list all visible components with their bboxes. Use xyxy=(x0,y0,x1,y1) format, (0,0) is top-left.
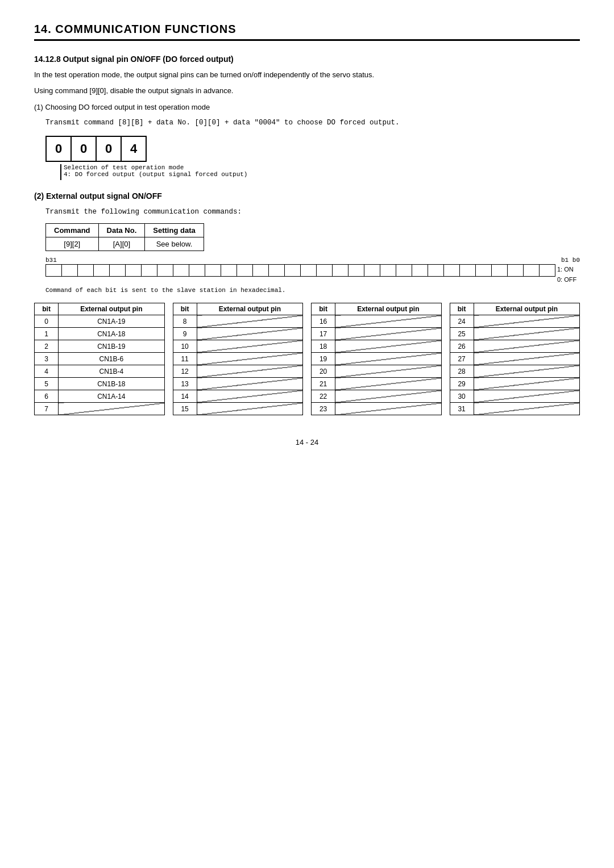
bit-off-label: 0: OFF xyxy=(557,275,576,285)
code-digit-2: 0 xyxy=(96,136,122,162)
pin-bit-3-5: 29 xyxy=(450,378,474,390)
bit-cells xyxy=(45,264,555,277)
pin-table-1-row-0: 8 xyxy=(173,315,303,328)
pin-value-0-7 xyxy=(59,403,164,415)
command-table: Command Data No. Setting data [9][2] [A]… xyxy=(45,223,204,251)
pin-table-3-row-2: 26 xyxy=(450,340,580,353)
bit-cell-17 xyxy=(316,264,333,277)
pin-table-2-row-2: 18 xyxy=(312,340,442,353)
pin-bit-2-6: 22 xyxy=(312,390,335,403)
pin-bit-1-3: 11 xyxy=(173,353,197,365)
cmd-header-0: Command xyxy=(46,224,99,237)
pin-table-0: bitExternal output pin0CN1A-191CN1A-182C… xyxy=(34,303,165,415)
pin-bit-0-5: 5 xyxy=(35,378,59,390)
pin-table-2-row-1: 17 xyxy=(312,328,442,340)
bit-cell-24 xyxy=(428,264,444,277)
bit-cell-13 xyxy=(252,264,269,277)
pin-value-3-0 xyxy=(474,315,579,328)
page-footer: 14 - 24 xyxy=(34,438,580,446)
pin-bit-0-6: 6 xyxy=(35,390,59,403)
pin-table-2-row-7: 23 xyxy=(312,403,442,415)
pin-table-0-row-5: 5CN1B-18 xyxy=(35,378,165,390)
pin-value-1-4 xyxy=(197,365,302,378)
pin-table-2-row-5: 21 xyxy=(312,378,442,390)
pin-value-2-2 xyxy=(335,340,441,353)
pin-value-0-0: CN1A-19 xyxy=(59,315,164,328)
pin-bit-1-6: 14 xyxy=(173,390,197,403)
pin-value-3-4 xyxy=(474,365,579,378)
section-title: 14.12.8 Output signal pin ON/OFF (DO for… xyxy=(34,55,580,64)
cmd-header-2: Setting data xyxy=(145,224,204,237)
bit-cell-29 xyxy=(507,264,524,277)
pin-bit-0-0: 0 xyxy=(35,315,59,328)
annotation-sub: 4: DO forced output (output signal force… xyxy=(64,171,247,178)
pin-bit-1-5: 13 xyxy=(173,378,197,390)
pin-bit-2-7: 23 xyxy=(312,403,335,415)
step2-title: (2) External output signal ON/OFF xyxy=(34,190,580,202)
pin-bit-2-1: 17 xyxy=(312,328,335,340)
bit-cell-3 xyxy=(93,264,110,277)
pin-table-3-row-1: 25 xyxy=(450,328,580,340)
bit-diagram-note: Command of each bit is sent to the slave… xyxy=(45,287,580,294)
bit-cell-23 xyxy=(412,264,428,277)
pin-table-3: bitExternal output pin2425262728293031 xyxy=(450,303,580,415)
pin-table-1-header-0: bit xyxy=(173,303,197,315)
pin-value-2-6 xyxy=(335,390,441,403)
bit-cell-30 xyxy=(523,264,540,277)
pin-value-0-3: CN1B-6 xyxy=(59,353,164,365)
pin-value-0-5: CN1B-18 xyxy=(59,378,164,390)
bit-on-off: 1: ON 0: OFF xyxy=(557,265,576,285)
bit-cell-21 xyxy=(380,264,396,277)
pin-table-1-row-2: 10 xyxy=(173,340,303,353)
pin-bit-0-7: 7 xyxy=(35,403,59,415)
cmd-row-1: [A][0] xyxy=(98,237,145,251)
bit-cells-col xyxy=(45,264,555,277)
pin-table-3-row-6: 30 xyxy=(450,390,580,403)
pin-table-1-row-4: 12 xyxy=(173,365,303,378)
pin-value-1-3 xyxy=(197,353,302,365)
pin-table-0-row-6: 6CN1A-14 xyxy=(35,390,165,403)
bit-cell-12 xyxy=(237,264,253,277)
pin-bit-2-0: 16 xyxy=(312,315,335,328)
pin-table-0-row-1: 1CN1A-18 xyxy=(35,328,165,340)
pin-table-2: bitExternal output pin1617181920212223 xyxy=(311,303,442,415)
bit-label-row: b31 b1 b0 xyxy=(45,257,580,264)
pin-bit-3-4: 28 xyxy=(450,365,474,378)
bit-cell-25 xyxy=(443,264,460,277)
pin-value-1-2 xyxy=(197,340,302,353)
pin-value-1-1 xyxy=(197,328,302,340)
step1-desc: Transmit command [8][B] + data No. [0][0… xyxy=(45,118,580,128)
bit-cell-28 xyxy=(491,264,508,277)
bit-cell-31 xyxy=(539,264,555,277)
pin-value-3-6 xyxy=(474,390,579,403)
bit-cell-18 xyxy=(332,264,349,277)
pin-bit-3-6: 30 xyxy=(450,390,474,403)
intro-line1: In the test operation mode, the output s… xyxy=(34,69,580,81)
pin-table-1-row-6: 14 xyxy=(173,390,303,403)
pin-tables-wrapper: bitExternal output pin0CN1A-191CN1A-182C… xyxy=(34,303,580,415)
pin-bit-1-1: 9 xyxy=(173,328,197,340)
pin-table-0-row-4: 4CN1B-4 xyxy=(35,365,165,378)
bit-cell-5 xyxy=(125,264,142,277)
pin-value-2-5 xyxy=(335,378,441,390)
pin-bit-2-2: 18 xyxy=(312,340,335,353)
pin-table-1-row-7: 15 xyxy=(173,403,303,415)
code-box: 0 0 0 4 xyxy=(45,136,580,162)
bit-cell-0 xyxy=(45,264,62,277)
pin-value-0-6: CN1A-14 xyxy=(59,390,164,403)
bit-cell-22 xyxy=(396,264,412,277)
bit-cell-15 xyxy=(284,264,301,277)
pin-table-1-header-1: External output pin xyxy=(197,303,302,315)
pin-bit-2-3: 19 xyxy=(312,353,335,365)
pin-bit-0-3: 3 xyxy=(35,353,59,365)
pin-bit-3-3: 27 xyxy=(450,353,474,365)
pin-value-3-5 xyxy=(474,378,579,390)
pin-bit-2-5: 21 xyxy=(312,378,335,390)
pin-value-1-6 xyxy=(197,390,302,403)
pin-value-3-1 xyxy=(474,328,579,340)
pin-table-2-row-3: 19 xyxy=(312,353,442,365)
pin-table-2-header-1: External output pin xyxy=(335,303,441,315)
pin-table-3-row-5: 29 xyxy=(450,378,580,390)
pin-value-0-4: CN1B-4 xyxy=(59,365,164,378)
pin-bit-3-0: 24 xyxy=(450,315,474,328)
